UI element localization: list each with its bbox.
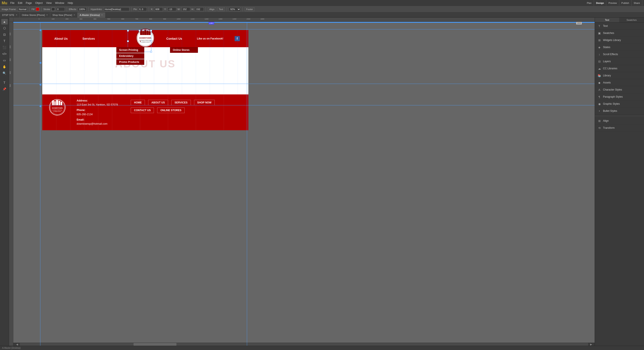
nav-about[interactable]: About Us — [51, 35, 71, 42]
h-value[interactable]: 152 — [195, 7, 204, 11]
image-frame-tool[interactable]: ⬛ — [1, 45, 8, 50]
share-tab[interactable]: Share — [632, 0, 642, 6]
panel-graphic-styles[interactable]: ◉ Graphic Styles — [595, 100, 644, 108]
stroke-label: Stroke — [43, 8, 50, 10]
menu-page[interactable]: Page — [26, 2, 32, 4]
select-tool[interactable]: ▲ — [1, 19, 8, 24]
panel-paragraph-styles[interactable]: ¶ Paragraph Styles — [595, 93, 644, 100]
text-btn[interactable]: Text — [218, 7, 225, 11]
dropdown-online-stores[interactable]: Online Stores — [170, 47, 198, 53]
svg-rect-7 — [149, 31, 150, 35]
scroll-thumb[interactable] — [134, 343, 176, 346]
menu-view[interactable]: View — [46, 2, 52, 4]
crop-tool[interactable]: ⊡ — [1, 32, 8, 37]
tab-online-stores[interactable]: Online Stores [Phone] ✕ — [20, 12, 50, 18]
tab-a-master[interactable]: A-Master [Desktop] ✕ — [78, 12, 105, 18]
scroll-right-btn[interactable]: ▶ — [588, 343, 594, 346]
canvas-area[interactable]: 0 100 200 300 400 500 600 700 800 900 10… — [9, 18, 595, 346]
scroll-left-btn[interactable]: ◀ — [14, 343, 20, 346]
menu-object[interactable]: Object — [35, 2, 43, 4]
footer-btn[interactable]: Footer — [245, 7, 254, 11]
panel-library[interactable]: 📚 Library — [595, 72, 644, 79]
rectangle-tool[interactable]: ▭ — [1, 58, 8, 63]
panel-transform[interactable]: ⟲ Transform — [595, 124, 644, 132]
fill-color-swatch[interactable] — [36, 8, 39, 11]
text-tool[interactable]: T — [1, 38, 8, 44]
design-tab[interactable]: Design — [594, 0, 606, 6]
footer-btn-online-stores[interactable]: ONLINE STORES — [157, 108, 184, 113]
panel-swatches[interactable]: ▣ Swatches — [595, 30, 644, 37]
sep4 — [88, 7, 89, 11]
status-text: A-Master [Desktop] — [2, 347, 20, 349]
dropdown-screen-printing[interactable]: Screen Printing — [116, 47, 144, 53]
panel-states[interactable]: ◈ States — [595, 44, 644, 51]
pin-tool[interactable]: 📌 — [1, 86, 8, 92]
panel-character-styles[interactable]: A Character Styles — [595, 86, 644, 93]
facebook-icon[interactable]: f — [235, 36, 240, 41]
tab-dtsp-site[interactable]: DTSP SITE ✕ — [0, 12, 20, 18]
position-label: 1367 — [209, 22, 214, 24]
svg-rect-4 — [142, 31, 144, 35]
publish-tab[interactable]: Publish — [619, 0, 632, 6]
panel-align[interactable]: ⊞ Align — [595, 118, 644, 124]
footer-nav-row-2: CONTACT US ONLINE STORES — [131, 108, 242, 113]
menu-window[interactable]: Window — [55, 2, 64, 4]
svg-text:& EMBROIDERY: & EMBROIDERY — [53, 111, 62, 112]
services-menu[interactable]: Services — [79, 37, 98, 40]
menu-edit[interactable]: Edit — [18, 2, 22, 4]
rp-tab-swatches[interactable]: Swatches — [620, 18, 644, 22]
panel-bullet-styles[interactable]: • Bullet Styles — [595, 108, 644, 114]
w-value[interactable]: 152 — [182, 7, 190, 11]
menu-file[interactable]: File — [10, 2, 14, 4]
panel-widgets-library[interactable]: ⊞ Widgets Library — [595, 37, 644, 44]
panel-text[interactable]: T Text — [595, 22, 644, 30]
svg-rect-19 — [60, 102, 62, 105]
nav-services[interactable]: Services — [79, 35, 98, 42]
panel-cc-libraries[interactable]: ☁ CC Libraries — [595, 65, 644, 72]
tab-close-0[interactable]: ✕ — [16, 14, 18, 16]
right-panel-top-tabs: Text Swatches — [595, 18, 644, 22]
layers-label: Layers — [603, 60, 611, 63]
menu-help[interactable]: Help — [68, 2, 73, 4]
tab-shop-now[interactable]: Shop Now [Phone] ✕ — [50, 12, 78, 18]
x-value[interactable]: 608 — [154, 7, 163, 11]
rp-tab-text[interactable]: Text — [595, 18, 620, 22]
footer-btn-contact[interactable]: CONTACT US — [131, 108, 154, 113]
align-btn[interactable]: Align — [208, 7, 216, 11]
html-frame-tool[interactable]: </> — [1, 51, 8, 57]
nav-contact[interactable]: Contact Us — [163, 35, 186, 42]
tab-close-3[interactable]: ✕ — [101, 14, 103, 16]
handle-tl[interactable] — [127, 30, 129, 32]
h-scrollbar[interactable]: ◀ ▶ — [13, 343, 595, 346]
panel-assets[interactable]: ◆ Assets — [595, 79, 644, 86]
plan-tab[interactable]: Plan — [585, 0, 594, 6]
pin-value[interactable]: 0, 0 — [138, 7, 147, 11]
hand-tool[interactable]: ✋ — [1, 64, 8, 70]
hyperlinks-value[interactable]: Home[Desktop] — [104, 7, 130, 11]
effects-value[interactable]: 100% — [78, 7, 86, 11]
direct-select-tool[interactable]: ⬡ — [1, 25, 8, 31]
footer-btn-services[interactable]: SERVICES — [171, 100, 190, 105]
y-value[interactable]: -13 — [168, 7, 176, 11]
zoom-tool[interactable]: 🔍 — [1, 70, 8, 76]
stroke-color-swatch[interactable] — [52, 8, 55, 11]
zoom-dropdown[interactable]: 92% 100% 75% 50% — [229, 7, 241, 11]
tab-close-2[interactable]: ✕ — [74, 14, 75, 16]
dropdown-promo-products[interactable]: Promo Products — [116, 59, 144, 65]
svg-text:★: ★ — [140, 40, 141, 42]
panel-layers[interactable]: ⊟ Layers — [595, 58, 644, 65]
panel-scroll-effects[interactable]: ↕ Scroll Effects — [595, 51, 644, 58]
services-dropdown: Screen Printing Embroidery Promo Product… — [116, 47, 144, 65]
left-toolbar: ▲ ⬡ ⊡ T ⬛ </> ▭ ✋ 🔍 T 📌 — [0, 18, 9, 346]
tab-close-1[interactable]: ✕ — [46, 14, 48, 16]
text-vertical-tool[interactable]: T — [1, 80, 8, 86]
canvas-content[interactable]: 1367 1800 — [13, 22, 595, 346]
footer-btn-shop[interactable]: SHOP NOW — [194, 100, 215, 105]
nav-facebook[interactable]: Like us on Facebook! — [194, 36, 227, 42]
dropdown-embroidery[interactable]: Embroidery — [116, 53, 144, 59]
stroke-value[interactable]: 0 — [56, 7, 65, 11]
footer-btn-about[interactable]: ABOUT US — [148, 100, 168, 105]
frame-value[interactable]: Normal — [18, 7, 27, 11]
footer-btn-home[interactable]: HOME — [131, 100, 145, 105]
preview-tab[interactable]: Preview — [606, 0, 619, 6]
